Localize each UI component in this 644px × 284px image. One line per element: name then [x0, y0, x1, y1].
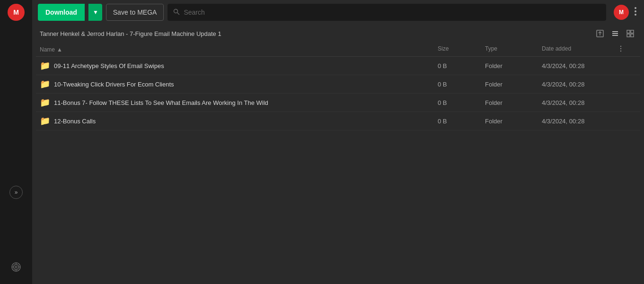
topbar: Download ▼ Save to MEGA M — [32, 0, 644, 25]
folder-icon: 📁 — [40, 60, 50, 71]
topbar-right: M — [614, 5, 638, 20]
chevron-down-icon: ▼ — [93, 9, 98, 16]
search-icon — [173, 9, 180, 17]
breadcrumb-bar: Tanner Henkel & Jerrod Harlan - 7-Figure… — [32, 25, 644, 43]
more-options-button[interactable] — [633, 5, 638, 20]
folder-icon: 📁 — [40, 116, 50, 126]
file-date: 4/3/2024, 00:28 — [542, 81, 618, 88]
user-avatar[interactable]: M — [614, 5, 629, 20]
file-size: 0 B — [438, 62, 485, 69]
sort-icon: ▲ — [57, 46, 62, 53]
svg-point-7 — [174, 9, 178, 13]
file-name-cell: 📁 11-Bonus 7- Follow THESE Lists To See … — [40, 97, 438, 108]
svg-rect-17 — [627, 30, 630, 33]
svg-point-9 — [635, 7, 636, 9]
table-row[interactable]: 📁 12-Bonus Calls 0 B Folder 4/3/2024, 00… — [36, 112, 640, 130]
folder-icon: 📁 — [40, 79, 50, 89]
mega-logo[interactable]: M — [8, 4, 25, 21]
table-row[interactable]: 📁 11-Bonus 7- Follow THESE Lists To See … — [36, 94, 640, 112]
download-button[interactable]: Download — [38, 4, 85, 21]
svg-point-21 — [620, 48, 621, 49]
svg-rect-18 — [631, 30, 634, 33]
file-name: 11-Bonus 7- Follow THESE Lists To See Wh… — [54, 99, 268, 106]
file-name-cell: 📁 10-Tweaking Click Drivers For Ecom Cli… — [40, 79, 438, 89]
file-name: 09-11 Archetype Styles Of Email Swipes — [54, 62, 164, 69]
sidebar-collapse-button[interactable]: » — [9, 186, 23, 199]
main-content: Download ▼ Save to MEGA M — [32, 0, 644, 284]
file-date: 4/3/2024, 00:28 — [542, 118, 618, 125]
chevron-right-icon: » — [15, 189, 18, 196]
save-to-mega-button[interactable]: Save to MEGA — [106, 4, 164, 21]
file-size: 0 B — [438, 81, 485, 88]
svg-point-10 — [635, 10, 636, 12]
download-dropdown-button[interactable]: ▼ — [88, 4, 102, 21]
svg-rect-20 — [631, 34, 634, 37]
file-type: Folder — [485, 81, 542, 88]
search-bar — [168, 4, 606, 21]
breadcrumb: Tanner Henkel & Jerrod Harlan - 7-Figure… — [40, 30, 221, 37]
header-date: Date added — [542, 45, 618, 53]
file-date: 4/3/2024, 00:28 — [542, 62, 618, 69]
file-name: 12-Bonus Calls — [54, 118, 96, 125]
file-size: 0 B — [438, 99, 485, 106]
folder-icon: 📁 — [40, 97, 50, 108]
file-date: 4/3/2024, 00:28 — [542, 99, 618, 106]
radar-icon[interactable] — [9, 259, 24, 275]
table-row[interactable]: 📁 09-11 Archetype Styles Of Email Swipes… — [36, 57, 640, 75]
list-view-button[interactable] — [609, 27, 621, 40]
svg-line-8 — [177, 12, 180, 15]
svg-rect-19 — [627, 34, 630, 37]
file-name: 10-Tweaking Click Drivers For Ecom Clien… — [54, 81, 174, 88]
search-input[interactable] — [184, 9, 600, 16]
table-row[interactable]: 📁 10-Tweaking Click Drivers For Ecom Cli… — [36, 75, 640, 94]
file-size: 0 B — [438, 118, 485, 125]
file-type: Folder — [485, 118, 542, 125]
sidebar-bottom — [9, 259, 24, 275]
svg-point-2 — [15, 266, 17, 268]
file-type: Folder — [485, 62, 542, 69]
svg-point-23 — [620, 51, 621, 52]
svg-point-22 — [620, 46, 621, 47]
svg-point-1 — [14, 265, 19, 270]
table-header: Name ▲ Size Type Date added — [36, 43, 640, 57]
header-type: Type — [485, 45, 542, 53]
svg-point-11 — [635, 14, 636, 16]
view-controls — [594, 27, 636, 40]
file-table: Name ▲ Size Type Date added 📁 09-11 Arch… — [32, 43, 644, 284]
sidebar: M » — [0, 0, 32, 284]
file-type: Folder — [485, 99, 542, 106]
header-name[interactable]: Name ▲ — [40, 45, 438, 53]
grid-view-button[interactable] — [624, 27, 636, 40]
file-name-cell: 📁 12-Bonus Calls — [40, 116, 438, 126]
upload-button[interactable] — [594, 27, 606, 40]
file-name-cell: 📁 09-11 Archetype Styles Of Email Swipes — [40, 60, 438, 71]
header-settings[interactable] — [618, 45, 636, 53]
header-size: Size — [438, 45, 485, 53]
